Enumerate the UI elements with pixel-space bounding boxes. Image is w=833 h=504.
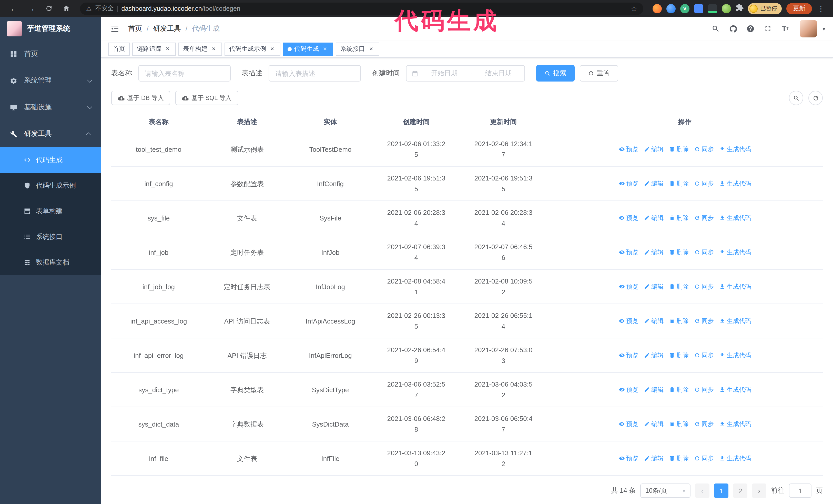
preview-link[interactable]: 预览 [618, 282, 639, 291]
preview-link[interactable]: 预览 [618, 179, 639, 188]
extension-grid-icon[interactable] [694, 4, 703, 13]
extension-drop-icon[interactable] [666, 4, 675, 13]
delete-link[interactable]: 删除 [669, 248, 689, 257]
reset-button[interactable]: 重置 [580, 65, 618, 81]
edit-link[interactable]: 编辑 [644, 317, 664, 325]
browser-back-icon[interactable]: ← [9, 4, 19, 13]
generate-code-link[interactable]: 生成代码 [719, 179, 751, 188]
tab-system-api[interactable]: 系统接口× [336, 42, 379, 56]
tab-home[interactable]: 首页 [108, 42, 130, 56]
page-button-1[interactable]: 1 [714, 483, 729, 498]
preview-link[interactable]: 预览 [618, 454, 639, 463]
delete-link[interactable]: 删除 [669, 214, 689, 222]
sidebar-item-codegen[interactable]: 代码生成 [0, 147, 101, 173]
sync-link[interactable]: 同步 [694, 454, 714, 463]
close-icon[interactable]: × [269, 45, 276, 52]
close-icon[interactable]: × [367, 45, 375, 52]
delete-link[interactable]: 删除 [669, 145, 689, 153]
browser-update-button[interactable]: 更新 [786, 3, 812, 14]
generate-code-link[interactable]: 生成代码 [719, 454, 751, 463]
delete-link[interactable]: 删除 [669, 179, 689, 188]
hamburger-icon[interactable] [109, 23, 121, 35]
sidebar-item-dev-tools[interactable]: 研发工具 [0, 120, 101, 147]
table-name-input[interactable] [138, 65, 231, 81]
sidebar-item-system[interactable]: 系统管理 [0, 67, 101, 94]
delete-link[interactable]: 删除 [669, 385, 689, 394]
delete-link[interactable]: 删除 [669, 419, 689, 428]
sidebar-item-form-builder[interactable]: 表单构建 [0, 198, 101, 224]
browser-refresh-icon[interactable] [44, 4, 53, 13]
preview-link[interactable]: 预览 [618, 385, 639, 394]
next-page-button[interactable]: › [752, 483, 766, 498]
preview-link[interactable]: 预览 [618, 419, 639, 428]
sync-link[interactable]: 同步 [694, 385, 714, 394]
edit-link[interactable]: 编辑 [644, 351, 664, 360]
edit-link[interactable]: 编辑 [644, 385, 664, 394]
browser-menu-icon[interactable]: ⋮ [814, 4, 828, 13]
sync-link[interactable]: 同步 [694, 179, 714, 188]
sidebar-logo[interactable]: 芋道管理系统 [0, 17, 101, 41]
table-desc-input[interactable] [269, 65, 361, 81]
search-button[interactable]: 搜索 [536, 65, 575, 81]
sync-link[interactable]: 同步 [694, 351, 714, 360]
user-avatar[interactable] [800, 20, 817, 38]
sync-link[interactable]: 同步 [694, 248, 714, 257]
generate-code-link[interactable]: 生成代码 [719, 351, 751, 360]
close-icon[interactable]: × [164, 45, 171, 52]
close-icon[interactable]: × [322, 45, 329, 52]
sync-link[interactable]: 同步 [694, 214, 714, 222]
sync-link[interactable]: 同步 [694, 282, 714, 291]
sidebar-item-codegen-example[interactable]: 代码生成示例 [0, 173, 101, 198]
extension-fox-icon[interactable] [652, 4, 662, 13]
goto-page-input[interactable] [789, 483, 811, 498]
generate-code-link[interactable]: 生成代码 [719, 248, 751, 257]
sidebar-item-infra[interactable]: 基础设施 [0, 94, 101, 120]
date-range-picker[interactable]: 开始日期 - 结束日期 [406, 65, 525, 81]
sync-link[interactable]: 同步 [694, 419, 714, 428]
tab-codegen-example[interactable]: 代码生成示例× [224, 42, 280, 56]
preview-link[interactable]: 预览 [618, 351, 639, 360]
breadcrumb-dev-tools[interactable]: 研发工具 [153, 24, 181, 33]
extension-leaf-icon[interactable] [722, 4, 731, 13]
delete-link[interactable]: 删除 [669, 351, 689, 360]
sidebar-item-home[interactable]: 首页 [0, 41, 101, 67]
delete-link[interactable]: 删除 [669, 454, 689, 463]
bookmark-star-icon[interactable]: ☆ [631, 4, 637, 13]
delete-link[interactable]: 删除 [669, 317, 689, 325]
generate-code-link[interactable]: 生成代码 [719, 282, 751, 291]
import-db-button[interactable]: 基于 DB 导入 [111, 91, 170, 105]
edit-link[interactable]: 编辑 [644, 179, 664, 188]
generate-code-link[interactable]: 生成代码 [719, 385, 751, 394]
breadcrumb-home[interactable]: 首页 [128, 24, 142, 33]
preview-link[interactable]: 预览 [618, 214, 639, 222]
extension-dark-icon[interactable] [708, 4, 717, 13]
sync-link[interactable]: 同步 [694, 145, 714, 153]
help-icon[interactable] [743, 22, 758, 36]
close-icon[interactable]: × [210, 45, 217, 52]
import-sql-button[interactable]: 基于 SQL 导入 [175, 91, 238, 105]
tab-form-builder[interactable]: 表单构建× [178, 42, 222, 56]
sidebar-item-db-doc[interactable]: 数据库文档 [0, 250, 101, 275]
edit-link[interactable]: 编辑 [644, 145, 664, 153]
tab-trace[interactable]: 链路追踪× [132, 42, 176, 56]
sync-link[interactable]: 同步 [694, 317, 714, 325]
address-bar[interactable]: ⚠ 不安全 dashboard.yudao.iocoder.cn/tool/co… [80, 2, 643, 15]
search-icon[interactable] [709, 22, 723, 36]
preview-link[interactable]: 预览 [618, 248, 639, 257]
extension-vue-devtools-icon[interactable]: V [680, 4, 689, 13]
page-button-2[interactable]: 2 [733, 483, 747, 498]
tab-codegen[interactable]: 代码生成× [283, 42, 333, 56]
edit-link[interactable]: 编辑 [644, 214, 664, 222]
avatar-caret-icon[interactable]: ▾ [823, 25, 825, 32]
paused-profile-badge[interactable]: 已暂停 [748, 3, 782, 14]
puzzle-extensions-icon[interactable] [736, 3, 744, 14]
edit-link[interactable]: 编辑 [644, 282, 664, 291]
font-size-icon[interactable]: TT [779, 22, 793, 36]
edit-link[interactable]: 编辑 [644, 248, 664, 257]
refresh-table-button[interactable] [808, 91, 823, 105]
generate-code-link[interactable]: 生成代码 [719, 214, 751, 222]
browser-home-icon[interactable] [62, 4, 71, 13]
preview-link[interactable]: 预览 [618, 317, 639, 325]
browser-forward-icon[interactable]: → [27, 4, 36, 13]
prev-page-button[interactable]: ‹ [695, 483, 710, 498]
